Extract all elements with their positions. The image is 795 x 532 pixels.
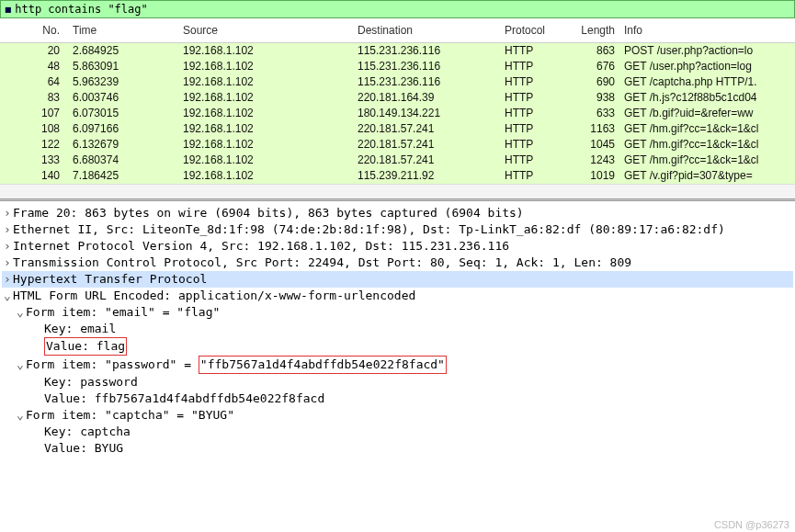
cell-no: 107 (0, 106, 69, 121)
expand-icon[interactable]: › (2, 205, 13, 221)
cell-no: 20 (0, 43, 69, 59)
cell-protocol: HTTP (501, 121, 570, 137)
col-destination[interactable]: Destination (354, 18, 501, 42)
ip-node[interactable]: ›Internet Protocol Version 4, Src: 192.1… (2, 238, 793, 255)
packet-list-header: No. Time Source Destination Protocol Len… (0, 18, 795, 43)
cell-source: 192.168.1.102 (179, 74, 354, 90)
cell-time: 6.073015 (69, 106, 179, 121)
packet-row[interactable]: 1086.097166192.168.1.102220.181.57.241HT… (0, 121, 795, 137)
packet-row[interactable]: 1407.186425192.168.1.102115.239.211.92HT… (0, 168, 795, 184)
cell-info: GET /hm.gif?cc=1&ck=1&cl (620, 137, 795, 153)
highlight-box: Value: flag (44, 337, 127, 356)
frame-node[interactable]: ›Frame 20: 863 bytes on wire (6904 bits)… (2, 205, 793, 221)
packet-row[interactable]: 645.963239192.168.1.102115.231.236.116HT… (0, 74, 795, 90)
col-time[interactable]: Time (69, 18, 179, 42)
cell-time: 2.684925 (69, 43, 179, 59)
cell-time: 6.003746 (69, 90, 179, 106)
cell-length: 676 (570, 59, 620, 74)
expand-icon[interactable]: › (2, 255, 13, 271)
collapse-icon[interactable]: ⌄ (15, 304, 26, 321)
email-key[interactable]: Key: email (2, 321, 793, 337)
cell-info: GET /hm.gif?cc=1&ck=1&cl (620, 153, 795, 168)
cell-destination: 115.231.236.116 (354, 74, 501, 90)
col-no[interactable]: No. (0, 18, 69, 42)
cell-length: 1045 (570, 137, 620, 153)
col-length[interactable]: Length (570, 18, 620, 42)
captcha-key[interactable]: Key: captcha (2, 424, 793, 440)
col-protocol[interactable]: Protocol (501, 18, 570, 42)
form-item-email[interactable]: ⌄Form item: "email" = "flag" (2, 304, 793, 321)
highlight-box: "ffb7567a1d4f4abdffdb54e022f8facd" (199, 356, 447, 374)
packet-row[interactable]: 1336.680374192.168.1.102220.181.57.241HT… (0, 153, 795, 168)
cell-destination: 220.181.57.241 (354, 121, 501, 137)
cell-length: 633 (570, 106, 620, 121)
expand-icon[interactable]: › (2, 271, 13, 288)
password-value[interactable]: Value: ffb7567a1d4f4abdffdb54e022f8facd (2, 391, 793, 407)
cell-protocol: HTTP (501, 106, 570, 121)
cell-no: 83 (0, 90, 69, 106)
cell-source: 192.168.1.102 (179, 121, 354, 137)
form-header-node[interactable]: ⌄HTML Form URL Encoded: application/x-ww… (2, 288, 793, 304)
collapse-icon[interactable]: ⌄ (2, 288, 13, 304)
cell-length: 863 (570, 43, 620, 59)
form-item-captcha[interactable]: ⌄Form item: "captcha" = "BYUG" (2, 407, 793, 424)
expand-icon[interactable]: › (2, 238, 13, 255)
cell-length: 690 (570, 74, 620, 90)
ethernet-node[interactable]: ›Ethernet II, Src: LiteonTe_8d:1f:98 (74… (2, 221, 793, 238)
col-info[interactable]: Info (620, 18, 795, 42)
cell-no: 48 (0, 59, 69, 74)
cell-destination: 115.239.211.92 (354, 168, 501, 184)
cell-source: 192.168.1.102 (179, 137, 354, 153)
cell-info: POST /user.php?action=lo (620, 43, 795, 59)
cell-no: 108 (0, 121, 69, 137)
cell-no: 64 (0, 74, 69, 90)
tcp-node[interactable]: ›Transmission Control Protocol, Src Port… (2, 255, 793, 271)
collapse-icon[interactable]: ⌄ (15, 407, 26, 424)
cell-length: 1019 (570, 168, 620, 184)
cell-length: 1243 (570, 153, 620, 168)
cell-source: 192.168.1.102 (179, 106, 354, 121)
cell-destination: 115.231.236.116 (354, 59, 501, 74)
cell-info: GET /user.php?action=log (620, 59, 795, 74)
password-key[interactable]: Key: password (2, 374, 793, 391)
col-source[interactable]: Source (179, 18, 354, 42)
cell-destination: 220.181.164.39 (354, 90, 501, 106)
cell-info: GET /b.gif?uid=&refer=ww (620, 106, 795, 121)
captcha-value[interactable]: Value: BYUG (2, 440, 793, 457)
packet-list-scrollbar-gap (0, 184, 795, 198)
packet-row[interactable]: 1076.073015192.168.1.102180.149.134.221H… (0, 106, 795, 121)
cell-protocol: HTTP (501, 43, 570, 59)
cell-no: 122 (0, 137, 69, 153)
cell-time: 5.963239 (69, 74, 179, 90)
cell-protocol: HTTP (501, 137, 570, 153)
cell-protocol: HTTP (501, 168, 570, 184)
cell-info: GET /hm.gif?cc=1&ck=1&cl (620, 121, 795, 137)
cell-protocol: HTTP (501, 59, 570, 74)
display-filter-bar[interactable]: ◼ (0, 0, 795, 18)
packet-row[interactable]: 1226.132679192.168.1.102220.181.57.241HT… (0, 137, 795, 153)
packet-row[interactable]: 485.863091192.168.1.102115.231.236.116HT… (0, 59, 795, 74)
email-value[interactable]: Value: flag (2, 337, 793, 356)
cell-no: 140 (0, 168, 69, 184)
packet-row[interactable]: 202.684925192.168.1.102115.231.236.116HT… (0, 43, 795, 59)
cell-info: GET /v.gif?pid=307&type= (620, 168, 795, 184)
collapse-icon[interactable]: ⌄ (15, 357, 26, 373)
cell-no: 133 (0, 153, 69, 168)
cell-destination: 180.149.134.221 (354, 106, 501, 121)
cell-time: 6.680374 (69, 153, 179, 168)
packet-details-tree[interactable]: ›Frame 20: 863 bytes on wire (6904 bits)… (0, 201, 795, 460)
form-item-password[interactable]: ⌄Form item: "password" = "ffb7567a1d4f4a… (2, 356, 793, 374)
cell-source: 192.168.1.102 (179, 153, 354, 168)
cell-source: 192.168.1.102 (179, 59, 354, 74)
http-node[interactable]: ›Hypertext Transfer Protocol (2, 271, 793, 288)
cell-time: 6.097166 (69, 121, 179, 137)
cell-source: 192.168.1.102 (179, 168, 354, 184)
packet-list[interactable]: 202.684925192.168.1.102115.231.236.116HT… (0, 43, 795, 184)
cell-protocol: HTTP (501, 74, 570, 90)
packet-row[interactable]: 836.003746192.168.1.102220.181.164.39HTT… (0, 90, 795, 106)
cell-protocol: HTTP (501, 90, 570, 106)
cell-source: 192.168.1.102 (179, 43, 354, 59)
display-filter-input[interactable] (15, 3, 790, 16)
cell-length: 938 (570, 90, 620, 106)
expand-icon[interactable]: › (2, 221, 13, 238)
